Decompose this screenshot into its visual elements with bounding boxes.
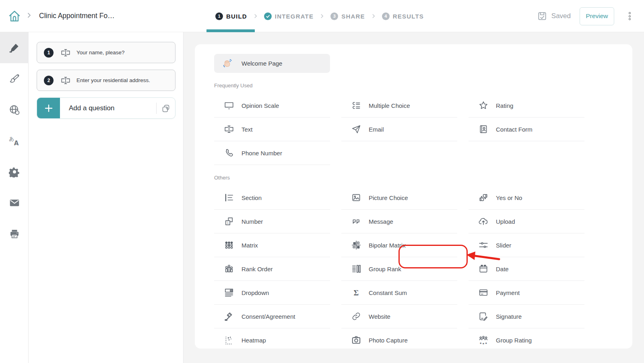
top-bar: Clinic Appointment Fo… 1BUILDINTEGRATE3S… — [0, 0, 644, 32]
menu-item-label: Email — [369, 126, 384, 133]
menu-item-label: Group Rank — [369, 266, 401, 272]
menu-item-label: Message — [369, 218, 393, 225]
menu-item-picture-choice[interactable]: Picture Choice — [341, 186, 457, 210]
step-chevron-icon — [319, 13, 325, 19]
menu-item-label: Signature — [496, 313, 522, 320]
message-icon — [351, 216, 361, 227]
menu-item-label: Contact Form — [496, 126, 533, 133]
menu-item-yes-or-no[interactable]: Yes or No — [469, 186, 584, 210]
text-input-icon — [224, 124, 234, 134]
menu-item-constant-sum[interactable]: ΣConstant Sum — [341, 281, 457, 305]
svg-text:あ: あ — [9, 135, 14, 141]
sidebar-item-globe[interactable] — [0, 94, 29, 125]
step-label: BUILD — [226, 13, 247, 20]
globe-icon — [8, 104, 21, 116]
step-build[interactable]: 1BUILD — [215, 12, 247, 20]
menu-item-label: Dropdown — [242, 289, 269, 296]
more-options-icon[interactable] — [625, 7, 634, 25]
menu-item-text[interactable]: Text — [214, 118, 330, 141]
svg-text:★: ★ — [479, 342, 482, 345]
menu-item-dropdown[interactable]: Dropdown — [214, 281, 330, 305]
sidebar-item-email[interactable] — [0, 187, 29, 218]
menu-item-label: Bipolar Matrix — [369, 242, 406, 249]
menu-item-label: Number — [242, 218, 263, 225]
sidebar-item-design[interactable] — [0, 63, 29, 94]
menu-item-website[interactable]: Website — [341, 305, 457, 328]
heatmap-icon — [224, 335, 234, 345]
menu-item-label: Group Rating — [496, 337, 532, 344]
plus-icon — [37, 97, 60, 119]
form-title: Clinic Appointment Fo… — [39, 12, 115, 20]
menu-item-section[interactable]: Section — [214, 186, 330, 210]
text-input-icon — [60, 75, 71, 86]
step-label: RESULTS — [393, 13, 424, 20]
sidebar-item-settings[interactable] — [0, 156, 29, 187]
menu-item-label: Phone Number — [242, 150, 282, 157]
step-number-badge: 4 — [382, 12, 390, 20]
menu-item-label: Upload — [496, 218, 515, 225]
printer-icon — [9, 228, 20, 239]
menu-item-label: Slider — [496, 242, 511, 249]
preview-button[interactable]: Preview — [580, 7, 614, 25]
check-icon — [264, 12, 272, 20]
welcome-page-item[interactable]: Welcome Page — [214, 54, 330, 73]
menu-item-payment[interactable]: Payment — [469, 281, 584, 305]
menu-item-contact-form[interactable]: Contact Form — [469, 118, 584, 141]
menu-item-number[interactable]: 1Number — [214, 210, 330, 233]
step-integrate[interactable]: INTEGRATE — [264, 12, 314, 20]
menu-item-slider[interactable]: Slider — [469, 233, 584, 257]
question-item-1[interactable]: 1Your name, please? — [37, 42, 175, 63]
menu-item-signature[interactable]: Signature — [469, 305, 584, 328]
menu-item-date[interactable]: Date — [469, 257, 584, 281]
menu-item-phone-number[interactable]: Phone Number — [214, 141, 330, 165]
menu-item-message[interactable]: Message — [341, 210, 457, 233]
menu-item-group-rating[interactable]: ★★★Group Rating — [469, 328, 584, 349]
envelope-icon — [8, 197, 21, 209]
menu-item-opinion-scale[interactable]: Opinion Scale — [214, 94, 330, 118]
menu-item-rating[interactable]: Rating — [469, 94, 584, 118]
menu-item-label: Multiple Choice — [369, 102, 410, 109]
question-item-2[interactable]: 2Enter your residential address. — [37, 70, 175, 91]
menu-item-consent-agreement[interactable]: Consent/Agreement — [214, 305, 330, 328]
menu-item-email[interactable]: Email — [341, 118, 457, 141]
step-results[interactable]: 4RESULTS — [382, 12, 424, 20]
sidebar-item-edit[interactable] — [0, 32, 29, 63]
menu-item-rank-order[interactable]: Rank Order — [214, 257, 330, 281]
menu-item-upload[interactable]: Upload — [469, 210, 584, 233]
menu-item-matrix[interactable]: Matrix — [214, 233, 330, 257]
question-label: Enter your residential address. — [76, 77, 150, 83]
edit-pencil-icon — [8, 42, 21, 54]
group-rating-icon: ★★★ — [478, 335, 489, 345]
menu-item-multiple-choice[interactable]: Multiple Choice — [341, 94, 457, 118]
menu-item-photo-capture[interactable]: Photo Capture — [341, 328, 457, 349]
menu-item-heatmap[interactable]: Heatmap — [214, 328, 330, 349]
text-input-icon — [60, 47, 71, 58]
svg-text:A: A — [14, 140, 19, 147]
sidebar-item-print[interactable] — [0, 218, 29, 249]
signature-icon — [478, 311, 489, 322]
step-label: INTEGRATE — [275, 13, 314, 20]
menu-item-label: Section — [242, 194, 262, 201]
photo-capture-icon — [351, 335, 361, 345]
section-title-frequently-used: Frequently Used — [214, 82, 613, 89]
consent-icon — [224, 311, 234, 322]
home-icon[interactable] — [7, 9, 22, 23]
step-share[interactable]: 3SHARE — [330, 12, 365, 20]
questions-panel: 1Your name, please?2Enter your residenti… — [29, 32, 184, 363]
dropdown-icon — [224, 287, 234, 298]
duplicate-question-icon[interactable] — [157, 103, 175, 113]
menu-item-label: Date — [496, 266, 509, 272]
waving-hand-icon — [221, 58, 233, 70]
menu-item-label: Payment — [496, 289, 520, 296]
menu-item-group-rank[interactable]: Group Rank — [341, 257, 457, 281]
step-chevron-icon — [253, 13, 258, 19]
gear-icon — [9, 166, 20, 177]
star-icon — [478, 100, 489, 111]
menu-item-bipolar-matrix[interactable]: Bipolar Matrix — [341, 233, 457, 257]
svg-text:★: ★ — [485, 342, 487, 345]
add-question-button[interactable]: Add a question — [37, 97, 175, 119]
sidebar-item-translate[interactable]: あA — [0, 125, 29, 156]
menu-item-label: Matrix — [242, 242, 258, 249]
active-step-underline — [206, 29, 255, 32]
group-rank-icon — [351, 264, 361, 274]
